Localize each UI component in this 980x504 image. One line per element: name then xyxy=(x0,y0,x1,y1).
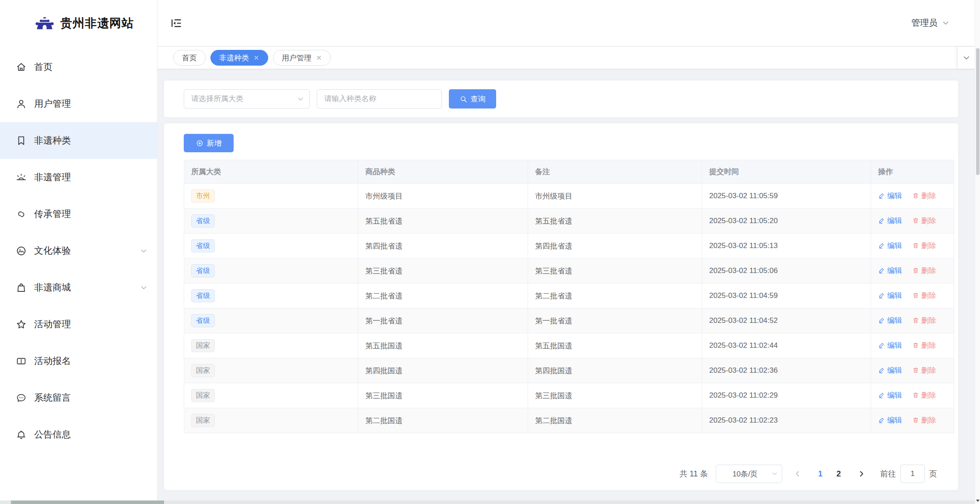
category-tag: 省级 xyxy=(191,289,215,302)
category-select-input[interactable] xyxy=(184,89,310,108)
table-row: 省级 第四批省遗 第四批省遗 2025-03-02 11:05:13 编辑 删除 xyxy=(184,234,954,259)
close-icon[interactable] xyxy=(253,55,259,61)
category-select[interactable] xyxy=(184,89,310,108)
delete-button[interactable]: 删除 xyxy=(912,266,936,276)
type-name-cell: 第四批省遗 xyxy=(358,234,528,259)
search-panel: 查询 xyxy=(164,80,958,117)
edit-button[interactable]: 编辑 xyxy=(878,340,902,350)
add-button[interactable]: 新增 xyxy=(184,134,234,152)
sidebar-item-heritage-mall[interactable]: 非遗商城 xyxy=(0,269,157,306)
category-cell: 市州 xyxy=(184,184,358,209)
edit-button[interactable]: 编辑 xyxy=(878,191,902,201)
category-cell: 国家 xyxy=(184,408,358,433)
delete-button[interactable]: 删除 xyxy=(912,216,936,226)
edit-button[interactable]: 编辑 xyxy=(878,290,902,301)
fold-icon[interactable] xyxy=(171,18,182,29)
page-number-2[interactable]: 2 xyxy=(836,469,841,479)
category-cell: 国家 xyxy=(184,383,358,408)
next-page-button[interactable] xyxy=(858,470,865,478)
actions-cell: 编辑 删除 xyxy=(871,383,954,408)
delete-button[interactable]: 删除 xyxy=(912,340,936,350)
edit-button[interactable]: 编辑 xyxy=(878,216,902,226)
scroll-down-arrow-icon[interactable] xyxy=(976,498,980,503)
goto-page-input[interactable] xyxy=(900,465,925,483)
total-count-label: 共 11 条 xyxy=(679,469,708,479)
chevron-right-icon xyxy=(858,470,865,478)
tab-user-management[interactable]: 用户管理 xyxy=(273,50,331,66)
user-menu[interactable]: 管理员 xyxy=(911,17,949,29)
sidebar-item-activity-signup[interactable]: 活动报名 xyxy=(0,343,157,379)
category-tag: 国家 xyxy=(191,389,215,402)
remark-cell: 第四批国遗 xyxy=(528,358,702,383)
delete-button[interactable]: 删除 xyxy=(912,241,936,251)
horizontal-scrollbar[interactable] xyxy=(0,500,975,504)
category-cell: 国家 xyxy=(184,333,358,358)
delete-button[interactable]: 删除 xyxy=(912,290,936,301)
page-number-1[interactable]: 1 xyxy=(818,469,822,479)
sidebar-item-activity-management[interactable]: 活动管理 xyxy=(0,306,157,343)
category-tag: 国家 xyxy=(191,339,215,352)
time-cell: 2025-03-02 11:04:52 xyxy=(702,308,871,333)
sidebar-item-culture-experience[interactable]: 文化体验 xyxy=(0,232,157,269)
vertical-scrollbar[interactable] xyxy=(975,0,980,504)
chevron-down-icon xyxy=(140,284,147,291)
edit-button[interactable]: 编辑 xyxy=(878,415,902,425)
page-size-select[interactable] xyxy=(716,465,782,483)
edit-button[interactable]: 编辑 xyxy=(878,390,902,400)
delete-button[interactable]: 删除 xyxy=(912,315,936,326)
edit-button[interactable]: 编辑 xyxy=(878,266,902,276)
edit-pen-icon xyxy=(878,192,885,199)
sidebar-item-system-messages[interactable]: 系统留言 xyxy=(0,379,157,416)
category-cell: 省级 xyxy=(184,259,358,284)
prev-page-button[interactable] xyxy=(794,470,802,478)
search-button[interactable]: 查询 xyxy=(449,89,496,108)
sidebar-item-label: 活动报名 xyxy=(34,355,147,367)
edit-label: 编辑 xyxy=(887,290,902,301)
horizontal-scrollbar-thumb[interactable] xyxy=(11,500,164,504)
actions-cell: 编辑 删除 xyxy=(871,234,954,259)
sidebar-item-label: 非遗管理 xyxy=(34,171,147,183)
sidebar-item-home[interactable]: 首页 xyxy=(0,49,157,85)
sidebar-item-users[interactable]: 用户管理 xyxy=(0,85,157,122)
tab-label: 用户管理 xyxy=(282,53,312,63)
vertical-scrollbar-thumb[interactable] xyxy=(976,48,980,175)
shopping-bag-icon xyxy=(16,282,27,293)
edit-label: 编辑 xyxy=(887,315,902,326)
edit-button[interactable]: 编辑 xyxy=(878,315,902,326)
sidebar-item-inheritance-management[interactable]: 传承管理 xyxy=(0,196,157,232)
delete-button[interactable]: 删除 xyxy=(912,365,936,375)
table-panel: 新增 所属大类 商品种类 备注 提交时间 操作 xyxy=(164,123,958,490)
sidebar-item-heritage-management[interactable]: 非遗管理 xyxy=(0,159,157,196)
home-icon xyxy=(16,62,27,73)
remark-cell: 第二批省遗 xyxy=(528,284,702,308)
time-cell: 2025-03-02 11:02:44 xyxy=(702,333,871,358)
type-name-field xyxy=(317,89,442,108)
close-icon[interactable] xyxy=(316,55,322,61)
main-content: 查询 新增 所属大类 商品种类 备注 提交时间 操作 xyxy=(158,69,975,500)
edit-pen-icon xyxy=(878,292,885,299)
delete-button[interactable]: 删除 xyxy=(912,390,936,400)
tab-home[interactable]: 首页 xyxy=(173,50,206,66)
page-size-input[interactable] xyxy=(716,465,782,483)
edit-button[interactable]: 编辑 xyxy=(878,241,902,251)
sidebar-item-announcements[interactable]: 公告信息 xyxy=(0,416,157,453)
remark-cell: 第五批国遗 xyxy=(528,333,702,358)
tab-heritage-types[interactable]: 非遗种类 xyxy=(210,50,268,66)
delete-button[interactable]: 删除 xyxy=(912,191,936,201)
edit-label: 编辑 xyxy=(887,365,902,375)
category-tag: 省级 xyxy=(191,264,215,277)
category-cell: 省级 xyxy=(184,308,358,333)
edit-button[interactable]: 编辑 xyxy=(878,365,902,375)
sunrise-icon xyxy=(16,172,27,183)
category-tag: 省级 xyxy=(191,214,215,228)
sidebar-item-heritage-types[interactable]: 非遗种类 xyxy=(0,122,157,159)
table-row: 国家 第二批国遗 第二批国遗 2025-03-02 11:02:23 编辑 删除 xyxy=(184,408,954,433)
category-cell: 国家 xyxy=(184,358,358,383)
trash-icon xyxy=(912,267,919,274)
delete-button[interactable]: 删除 xyxy=(912,415,936,425)
type-name-input[interactable] xyxy=(317,89,442,108)
edit-pen-icon xyxy=(878,267,885,274)
tab-overflow-button[interactable] xyxy=(957,47,975,69)
brand-title: 贵州非遗网站 xyxy=(60,15,134,31)
category-cell: 省级 xyxy=(184,284,358,308)
